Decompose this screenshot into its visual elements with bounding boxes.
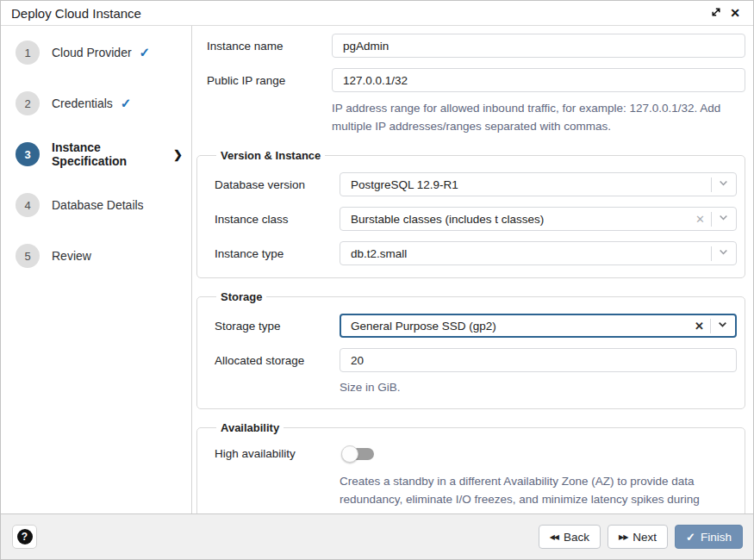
chevron-down-icon[interactable] — [717, 318, 728, 333]
availability-fieldset: Availability High availability Creates a… — [196, 421, 745, 513]
public-ip-range-input[interactable] — [332, 68, 745, 92]
database-version-label: Database version — [215, 178, 340, 191]
database-version-select[interactable]: PostgreSQL 12.9-R1 — [340, 172, 737, 196]
select-divider — [711, 177, 712, 192]
availability-legend: Availability — [216, 421, 284, 434]
step-cloud-provider[interactable]: 1 Cloud Provider ✓ — [16, 40, 183, 65]
deploy-cloud-instance-dialog: Deploy Cloud Instance ✕ 1 Cloud Provider… — [0, 0, 754, 560]
step-instance-specification[interactable]: 3 Instance Specification ❯ — [16, 142, 183, 166]
allocated-storage-label: Allocated storage — [215, 354, 340, 367]
public-ip-range-label: Public IP range — [207, 74, 332, 87]
dialog-titlebar: Deploy Cloud Instance ✕ — [1, 1, 753, 26]
help-button[interactable]: ? — [12, 525, 37, 549]
step-number-badge: 3 — [16, 142, 40, 166]
resize-diagonal-icon — [710, 6, 722, 21]
storage-type-label: Storage type — [215, 320, 340, 333]
double-arrow-right-icon: ▶▶ — [619, 533, 627, 541]
allocated-storage-help-text: Size in GiB. — [340, 378, 737, 396]
instance-name-label: Instance name — [207, 40, 332, 53]
storage-type-select[interactable]: General Purpose SSD (gp2) ✕ — [340, 314, 737, 338]
chevron-down-icon[interactable] — [718, 246, 729, 261]
close-icon: ✕ — [730, 6, 740, 20]
storage-fieldset: Storage Storage type General Purpose SSD… — [196, 290, 745, 409]
step-number-badge: 2 — [16, 91, 40, 115]
maximize-button[interactable] — [707, 3, 726, 22]
clear-icon[interactable]: ✕ — [695, 320, 704, 332]
step-review[interactable]: 5 Review — [16, 244, 183, 268]
high-availability-help-text: Creates a standby in a different Availab… — [340, 472, 737, 513]
next-button[interactable]: ▶▶ Next — [608, 525, 668, 549]
high-availability-label: High availability — [215, 445, 340, 460]
instance-class-select[interactable]: Burstable classes (includes t classes) ✕ — [340, 207, 737, 231]
public-ip-help-text: IP address range for allowed inbound tra… — [332, 99, 745, 135]
toggle-thumb — [341, 445, 358, 463]
instance-name-input[interactable] — [332, 34, 745, 58]
dialog-footer: ? ◀◀ Back ▶▶ Next ✓ Finish — [1, 513, 753, 559]
question-mark-icon: ? — [17, 529, 33, 544]
dialog-title: Deploy Cloud Instance — [11, 6, 707, 21]
finish-button[interactable]: ✓ Finish — [675, 525, 743, 549]
step-number-badge: 1 — [16, 40, 40, 65]
version-instance-legend: Version & Instance — [216, 149, 325, 162]
instance-class-label: Instance class — [215, 213, 340, 226]
step-credentials[interactable]: 2 Credentials ✓ — [16, 91, 183, 115]
step-number-badge: 4 — [16, 193, 40, 217]
allocated-storage-input[interactable] — [340, 348, 737, 372]
select-divider — [711, 246, 712, 261]
select-divider — [711, 212, 712, 227]
step-number-badge: 5 — [16, 244, 40, 268]
chevron-down-icon[interactable] — [718, 211, 729, 227]
chevron-right-icon: ❯ — [173, 148, 183, 161]
high-availability-toggle[interactable] — [341, 445, 376, 464]
double-arrow-left-icon: ◀◀ — [550, 533, 558, 541]
instance-type-label: Instance type — [215, 247, 340, 260]
clear-icon[interactable]: ✕ — [695, 214, 705, 225]
wizard-steps-sidebar: 1 Cloud Provider ✓ 2 Credentials ✓ 3 Ins… — [1, 26, 192, 513]
storage-legend: Storage — [216, 290, 266, 303]
close-button[interactable]: ✕ — [726, 3, 745, 22]
instance-specification-form: Instance name Public IP range IP address… — [192, 26, 753, 513]
select-divider — [710, 319, 711, 333]
check-icon: ✓ — [121, 96, 132, 111]
version-instance-fieldset: Version & Instance Database version Post… — [196, 149, 745, 278]
step-database-details[interactable]: 4 Database Details — [16, 193, 183, 217]
chevron-down-icon[interactable] — [718, 177, 729, 192]
check-icon: ✓ — [140, 45, 151, 60]
back-button[interactable]: ◀◀ Back — [539, 525, 601, 549]
check-icon: ✓ — [686, 531, 695, 544]
instance-type-select[interactable]: db.t2.small — [340, 241, 737, 265]
